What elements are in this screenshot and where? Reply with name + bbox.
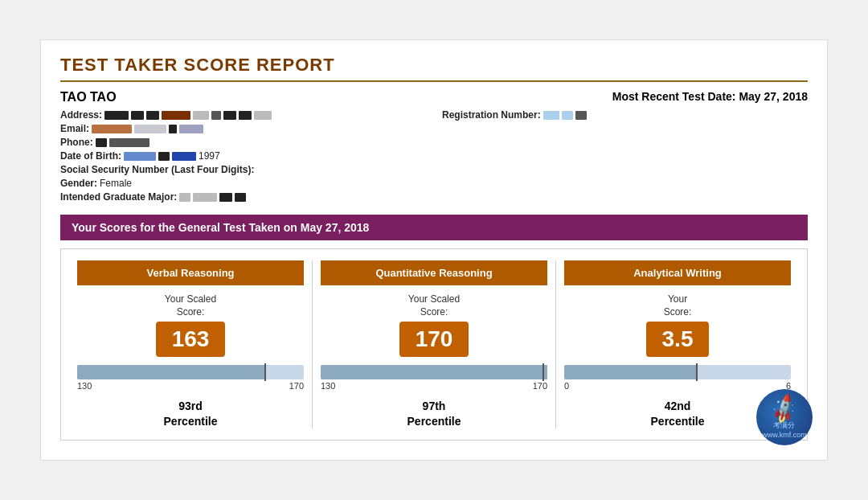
- address-label: Address:: [60, 109, 102, 121]
- verbal-bar-fill: [77, 365, 264, 379]
- quant-bar-container: 130 170: [321, 365, 547, 391]
- ssn-label: Social Security Number (Last Four Digits…: [60, 164, 254, 175]
- phone-r1: [96, 138, 107, 147]
- watermark-circle: 🚀 考满分www.kmf.com: [756, 389, 813, 445]
- redacted-3: [146, 111, 159, 120]
- reg-r1: [543, 111, 559, 120]
- redacted-5: [193, 111, 209, 120]
- major-r3: [219, 193, 232, 202]
- email-row: Email:: [60, 123, 426, 134]
- verbal-score-label: Your ScaledScore:: [165, 293, 216, 318]
- quant-percentile: 97thPercentile: [407, 399, 461, 428]
- quant-bar-fill: [321, 365, 547, 379]
- reg-r2: [562, 111, 573, 120]
- writing-bar-container: 0 6: [564, 365, 791, 391]
- writing-score-label: YourScore:: [664, 293, 692, 318]
- redacted-4: [162, 111, 190, 120]
- test-taker-name: TAO TAO: [60, 90, 117, 105]
- redacted-9: [254, 111, 272, 120]
- test-date: Most Recent Test Date: May 27, 2018: [612, 90, 808, 103]
- quant-bar-min: 130: [321, 381, 335, 391]
- redacted-6: [211, 111, 221, 120]
- email-r2: [134, 125, 166, 133]
- major-label: Intended Graduate Major:: [60, 191, 177, 203]
- report-container: TEST TAKER SCORE REPORT TAO TAO Most Rec…: [40, 39, 828, 461]
- dob-r2: [158, 152, 170, 161]
- major-r1: [179, 193, 190, 202]
- verbal-bar-indicator: [264, 363, 266, 381]
- info-left: Address: Email: Phone:: [60, 109, 426, 205]
- email-r3: [169, 125, 177, 133]
- gender-label: Gender:: [60, 178, 97, 189]
- redacted-1: [104, 111, 129, 120]
- verbal-bar-min: 130: [77, 381, 92, 391]
- major-r2: [193, 193, 217, 202]
- title-divider: [60, 80, 808, 82]
- header-row: TAO TAO Most Recent Test Date: May 27, 2…: [60, 90, 808, 105]
- verbal-bar-max: 170: [289, 381, 304, 391]
- scores-banner: Your Scores for the General Test Taken o…: [60, 215, 808, 240]
- major-r4: [235, 193, 246, 202]
- quant-score-label: Your ScaledScore:: [408, 293, 460, 318]
- verbal-header: Verbal Reasoning: [77, 260, 304, 285]
- email-label: Email:: [60, 123, 89, 134]
- writing-bar-min: 0: [564, 381, 569, 391]
- phone-label: Phone:: [60, 137, 93, 148]
- reg-row: Registration Number:: [442, 109, 808, 121]
- report-title: TEST TAKER SCORE REPORT: [60, 55, 808, 76]
- phone-r2: [109, 138, 149, 147]
- dob-r1: [124, 152, 156, 161]
- writing-score-value: 3.5: [646, 322, 710, 357]
- watermark: 🚀 考满分www.kmf.com: [756, 389, 813, 445]
- reg-label: Registration Number:: [442, 109, 541, 121]
- verbal-column: Verbal Reasoning Your ScaledScore: 163 1…: [69, 260, 313, 428]
- verbal-score-value: 163: [156, 322, 226, 357]
- quant-score-value: 170: [399, 322, 469, 357]
- watermark-text: 考满分www.kmf.com: [762, 421, 807, 440]
- quant-bar-track: [321, 365, 547, 379]
- quant-bar-labels: 130 170: [321, 381, 547, 391]
- quant-header: Quantitative Reasoning: [321, 260, 547, 285]
- quant-bar-indicator: [542, 363, 544, 381]
- reg-r3: [575, 111, 587, 120]
- dob-label: Date of Birth:: [60, 150, 121, 162]
- dob-row: Date of Birth: 1997: [60, 150, 426, 162]
- email-r1: [92, 125, 132, 133]
- dob-year: 1997: [199, 150, 220, 162]
- writing-header: Analytical Writing: [564, 260, 791, 285]
- gender-value: Female: [100, 178, 132, 189]
- writing-percentile: 42ndPercentile: [651, 399, 705, 428]
- scores-section: Verbal Reasoning Your ScaledScore: 163 1…: [60, 248, 808, 441]
- verbal-bar-container: 130 170: [77, 365, 304, 391]
- verbal-percentile: 93rdPercentile: [164, 399, 218, 428]
- verbal-bar-labels: 130 170: [77, 381, 304, 391]
- quant-bar-max: 170: [533, 381, 547, 391]
- email-r4: [179, 125, 203, 133]
- redacted-7: [223, 111, 236, 120]
- dob-r3: [172, 152, 196, 161]
- gender-row: Gender: Female: [60, 178, 426, 189]
- phone-row: Phone:: [60, 137, 426, 148]
- writing-bar-indicator: [696, 363, 698, 381]
- major-row: Intended Graduate Major:: [60, 191, 426, 203]
- info-right: Registration Number:: [426, 109, 808, 205]
- writing-bar-fill: [564, 365, 696, 379]
- writing-bar-track: [564, 365, 791, 379]
- info-section: Address: Email: Phone:: [60, 109, 808, 205]
- ssn-row: Social Security Number (Last Four Digits…: [60, 164, 426, 175]
- address-row: Address:: [60, 109, 426, 121]
- redacted-8: [239, 111, 252, 120]
- redacted-2: [131, 111, 144, 120]
- verbal-bar-track: [77, 365, 304, 379]
- quant-column: Quantitative Reasoning Your ScaledScore:…: [313, 260, 556, 428]
